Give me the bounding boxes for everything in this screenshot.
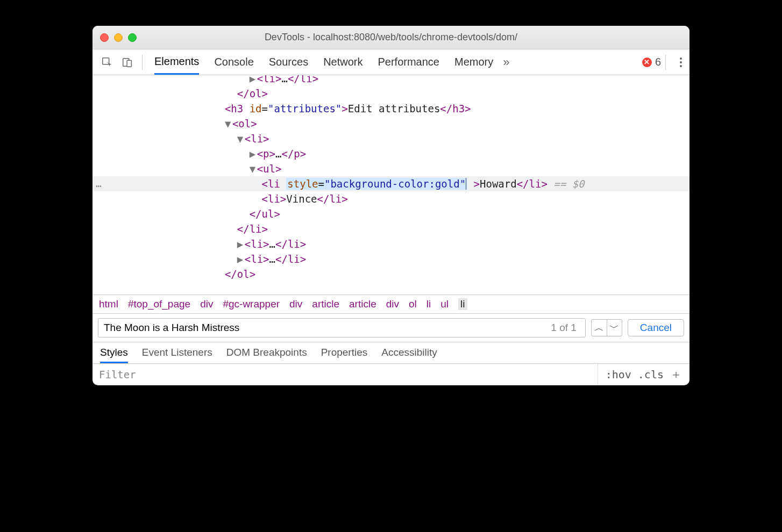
panel-tabs: ElementsConsoleSourcesNetworkPerformance… bbox=[154, 49, 493, 75]
svg-rect-0 bbox=[103, 57, 109, 64]
breadcrumb-item[interactable]: html bbox=[99, 298, 118, 310]
dom-node[interactable]: </ol> bbox=[93, 267, 689, 282]
search-next-icon[interactable]: ﹀ bbox=[607, 320, 622, 336]
dom-node[interactable]: <h3 id="attributes">Edit attributes</h3> bbox=[93, 101, 689, 116]
search-input[interactable] bbox=[104, 322, 551, 334]
breadcrumb-item[interactable]: div bbox=[200, 298, 213, 310]
breadcrumb-item[interactable]: #top_of_page bbox=[128, 298, 190, 310]
tab-memory[interactable]: Memory bbox=[454, 49, 493, 75]
cls-toggle[interactable]: .cls bbox=[638, 368, 664, 381]
search-prev-icon[interactable]: ︿ bbox=[592, 320, 607, 336]
breadcrumb: html#top_of_pagediv#gc-wrapperdivarticle… bbox=[93, 294, 689, 313]
breadcrumb-item[interactable]: ol bbox=[409, 298, 417, 310]
window-titlebar: DevTools - localhost:8080/web/tools/chro… bbox=[93, 26, 689, 49]
dom-node[interactable]: <li>Vince</li> bbox=[93, 191, 689, 206]
toolbar-separator bbox=[665, 55, 666, 70]
window-title: DevTools - localhost:8080/web/tools/chro… bbox=[93, 32, 689, 43]
devtools-window: DevTools - localhost:8080/web/tools/chro… bbox=[93, 26, 689, 385]
breadcrumb-item[interactable]: article bbox=[349, 298, 376, 310]
breadcrumb-item[interactable]: li bbox=[458, 298, 467, 310]
styles-subtabs: StylesEvent ListenersDOM BreakpointsProp… bbox=[93, 342, 689, 363]
dom-node[interactable]: ▶<li>…</li> bbox=[93, 251, 689, 267]
breadcrumb-item[interactable]: div bbox=[386, 298, 399, 310]
dom-node[interactable]: ▶<li>…</li> bbox=[93, 75, 689, 86]
dom-node[interactable]: ▼<ul> bbox=[93, 161, 689, 176]
settings-menu-icon[interactable] bbox=[677, 55, 685, 69]
find-bar: 1 of 1 ︿ ﹀ Cancel bbox=[93, 313, 689, 342]
error-icon: ✕ bbox=[642, 57, 652, 67]
subtab-properties[interactable]: Properties bbox=[321, 347, 368, 363]
breadcrumb-item[interactable]: #gc-wrapper bbox=[223, 298, 280, 310]
error-indicator[interactable]: ✕ 6 bbox=[642, 56, 661, 68]
tab-sources[interactable]: Sources bbox=[269, 49, 308, 75]
error-count: 6 bbox=[655, 56, 661, 68]
breadcrumb-item[interactable]: ul bbox=[440, 298, 449, 310]
breadcrumb-item[interactable]: li bbox=[426, 298, 431, 310]
dom-node[interactable]: </li> bbox=[93, 221, 689, 236]
toggle-device-icon[interactable] bbox=[117, 54, 138, 70]
dom-node[interactable]: </ul> bbox=[93, 206, 689, 221]
tab-network[interactable]: Network bbox=[323, 49, 362, 75]
inspect-element-icon[interactable] bbox=[97, 54, 117, 70]
dom-tree[interactable]: ▶<li>…</li> </ol> <h3 id="attributes">Ed… bbox=[93, 75, 689, 294]
toolbar-separator bbox=[142, 55, 143, 70]
search-input-wrap: 1 of 1 bbox=[98, 318, 586, 337]
more-tabs-icon[interactable]: » bbox=[503, 55, 509, 69]
tab-console[interactable]: Console bbox=[214, 49, 253, 75]
styles-filter-input[interactable]: Filter bbox=[93, 364, 598, 385]
dom-node[interactable]: ▶<p>…</p> bbox=[93, 146, 689, 161]
main-toolbar: ElementsConsoleSourcesNetworkPerformance… bbox=[93, 49, 689, 75]
cancel-button[interactable]: Cancel bbox=[628, 319, 684, 336]
tab-elements[interactable]: Elements bbox=[154, 49, 199, 75]
dom-node[interactable]: ▼<li> bbox=[93, 131, 689, 146]
svg-rect-2 bbox=[127, 60, 131, 67]
dom-node[interactable]: </ol> bbox=[93, 86, 689, 101]
styles-toolbar: Filter :hov .cls ＋ bbox=[93, 363, 689, 385]
subtab-accessibility[interactable]: Accessibility bbox=[381, 347, 437, 363]
subtab-dom-breakpoints[interactable]: DOM Breakpoints bbox=[226, 347, 307, 363]
breadcrumb-item[interactable]: div bbox=[289, 298, 302, 310]
hov-toggle[interactable]: :hov bbox=[606, 368, 631, 381]
dom-node-selected[interactable]: … <li style="background-color:gold" >How… bbox=[93, 176, 689, 191]
styles-tools: :hov .cls ＋ bbox=[598, 364, 689, 385]
new-rule-icon[interactable]: ＋ bbox=[670, 366, 682, 383]
search-match-count: 1 of 1 bbox=[551, 322, 577, 334]
subtab-styles[interactable]: Styles bbox=[100, 347, 128, 363]
tab-performance[interactable]: Performance bbox=[378, 49, 440, 75]
breadcrumb-item[interactable]: article bbox=[312, 298, 339, 310]
subtab-event-listeners[interactable]: Event Listeners bbox=[142, 347, 212, 363]
dom-node[interactable]: ▼<ol> bbox=[93, 116, 689, 131]
dom-node[interactable]: ▶<li>…</li> bbox=[93, 236, 689, 251]
search-nav: ︿ ﹀ bbox=[591, 319, 622, 336]
ellipsis-icon: … bbox=[96, 176, 102, 191]
